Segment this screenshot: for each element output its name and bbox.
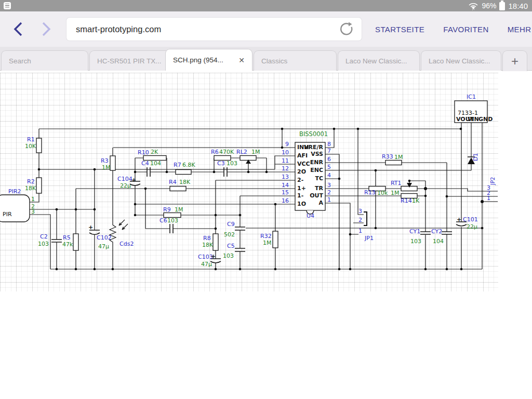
svg-text:103: 103 bbox=[223, 252, 234, 259]
close-icon[interactable]: ✕ bbox=[231, 56, 245, 64]
svg-text:ENR: ENR bbox=[310, 159, 324, 166]
svg-text:47k: 47k bbox=[62, 241, 73, 248]
svg-text:C104: C104 bbox=[117, 176, 132, 182]
svg-text:R14: R14 bbox=[401, 197, 412, 204]
battery-icon bbox=[499, 2, 505, 10]
svg-text:RT1: RT1 bbox=[391, 180, 402, 187]
svg-text:AFI: AFI bbox=[297, 152, 308, 159]
svg-text:6: 6 bbox=[327, 156, 331, 163]
svg-text:Cds2: Cds2 bbox=[119, 241, 134, 247]
svg-text:+: + bbox=[457, 216, 461, 223]
tab-sch-png-active[interactable]: SCH.png (954... ✕ bbox=[165, 49, 252, 71]
svg-text:1M: 1M bbox=[394, 154, 403, 161]
jp1-refdes: JP1 bbox=[364, 235, 374, 242]
svg-text:12: 12 bbox=[282, 165, 289, 172]
new-tab-button[interactable]: + bbox=[502, 50, 527, 71]
chip-part: BISS0001 bbox=[299, 130, 328, 138]
svg-text:1O: 1O bbox=[297, 201, 306, 207]
tab-search[interactable]: Search bbox=[1, 50, 88, 71]
tab-classics[interactable]: Classics bbox=[254, 50, 337, 71]
svg-text:2-: 2- bbox=[297, 177, 303, 183]
reload-icon[interactable] bbox=[339, 21, 354, 37]
svg-text:1: 1 bbox=[358, 228, 362, 234]
svg-text:47µ: 47µ bbox=[98, 243, 109, 250]
d1-refdes: D1 bbox=[472, 153, 479, 161]
svg-text:C4: C4 bbox=[141, 160, 149, 167]
svg-text:10: 10 bbox=[282, 149, 289, 156]
chip-u4-biss0001: BISS0001 U4 9 10 11 12 13 14 15 16 INH A… bbox=[282, 130, 331, 219]
svg-text:C2: C2 bbox=[40, 233, 48, 240]
svg-text:CY2: CY2 bbox=[431, 228, 442, 235]
svg-text:VIN: VIN bbox=[468, 116, 479, 123]
tab-bar: Search HC-SR501 PIR TX... Classics Laco … bbox=[0, 47, 532, 71]
tab-laco-1[interactable]: Laco New Classic... bbox=[338, 50, 420, 71]
svg-text:1+: 1+ bbox=[297, 185, 306, 192]
svg-text:18K: 18K bbox=[25, 185, 36, 192]
svg-text:13: 13 bbox=[282, 174, 289, 180]
svg-text:103: 103 bbox=[227, 160, 237, 167]
svg-text:OUT: OUT bbox=[310, 192, 323, 199]
svg-text:1K: 1K bbox=[412, 197, 420, 204]
svg-text:R3: R3 bbox=[101, 157, 109, 164]
svg-text:103: 103 bbox=[38, 241, 49, 247]
svg-text:22µ: 22µ bbox=[467, 223, 477, 230]
svg-text:4: 4 bbox=[327, 172, 331, 179]
svg-text:1M: 1M bbox=[175, 206, 183, 213]
ic1-regulator: 7133-1 IC1 VOUT VIN GND bbox=[455, 94, 493, 123]
jp2-refdes: JP2 bbox=[490, 177, 496, 185]
tab-laco-2[interactable]: Laco New Classic... bbox=[421, 50, 501, 71]
svg-text:1: 1 bbox=[327, 196, 331, 203]
svg-text:+: + bbox=[131, 177, 136, 183]
svg-text:1M: 1M bbox=[391, 190, 400, 196]
svg-text:VSS: VSS bbox=[311, 151, 323, 157]
svg-text:1M: 1M bbox=[251, 149, 260, 155]
svg-text:R32: R32 bbox=[260, 233, 272, 240]
forward-button[interactable] bbox=[34, 18, 57, 41]
svg-text:CY1: CY1 bbox=[409, 228, 420, 235]
svg-text:GND: GND bbox=[478, 116, 493, 123]
svg-text:R33: R33 bbox=[382, 153, 393, 160]
chip-refdes: U4 bbox=[307, 212, 314, 219]
capacitor-plates bbox=[51, 167, 467, 263]
svg-text:R10: R10 bbox=[138, 149, 149, 156]
tab-hcsr501[interactable]: HC-SR501 PIR TX... bbox=[89, 50, 172, 71]
svg-text:1: 1 bbox=[487, 195, 490, 202]
svg-text:10K: 10K bbox=[25, 143, 36, 150]
schematic-drawing: PIR PIR2 1 2 3 BISS0001 U4 9 10 11 12 13… bbox=[0, 71, 532, 399]
svg-text:+: + bbox=[211, 253, 216, 260]
svg-text:7: 7 bbox=[327, 148, 331, 154]
url-text[interactable]: smart-prototyping.com bbox=[76, 24, 339, 34]
svg-text:C6: C6 bbox=[159, 217, 167, 224]
pir-refdes: PIR2 bbox=[8, 188, 21, 195]
status-bar: 96% 18:40 bbox=[0, 0, 532, 11]
svg-text:3: 3 bbox=[31, 208, 35, 215]
svg-text:104: 104 bbox=[150, 160, 161, 167]
svg-text:470K: 470K bbox=[219, 149, 234, 155]
svg-text:3: 3 bbox=[358, 208, 362, 215]
startseite-button[interactable]: STARTSEITE bbox=[375, 25, 424, 34]
photoresistor-cds2 bbox=[110, 220, 128, 243]
svg-text:3: 3 bbox=[327, 182, 331, 189]
ic1-refdes: IC1 bbox=[467, 94, 476, 100]
mehr-button[interactable]: MEHR bbox=[508, 25, 531, 34]
svg-text:22µ: 22µ bbox=[120, 182, 131, 189]
pir-label: PIR bbox=[3, 211, 12, 218]
jumper-jp1: 3 2 1 JP1 bbox=[358, 208, 374, 242]
schematic-image[interactable]: PIR PIR2 1 2 3 BISS0001 U4 9 10 11 12 13… bbox=[0, 71, 532, 399]
svg-text:8: 8 bbox=[327, 141, 331, 148]
svg-text:C102: C102 bbox=[97, 234, 112, 241]
back-button[interactable] bbox=[7, 18, 30, 41]
svg-text:C3: C3 bbox=[217, 160, 225, 167]
pir-connector: PIR PIR2 1 2 3 bbox=[0, 188, 35, 222]
svg-text:1-: 1- bbox=[297, 192, 303, 199]
favoriten-button[interactable]: FAVORITEN bbox=[443, 25, 489, 34]
svg-text:A: A bbox=[318, 200, 323, 206]
svg-text:104: 104 bbox=[433, 238, 444, 245]
svg-text:R1: R1 bbox=[27, 136, 35, 143]
url-bar[interactable]: smart-prototyping.com bbox=[66, 18, 362, 41]
svg-text:10k: 10k bbox=[377, 190, 388, 196]
forward-icon bbox=[39, 21, 52, 37]
svg-text:ENC: ENC bbox=[310, 167, 323, 174]
svg-text:1: 1 bbox=[31, 196, 35, 203]
svg-text:47µ: 47µ bbox=[201, 261, 212, 268]
